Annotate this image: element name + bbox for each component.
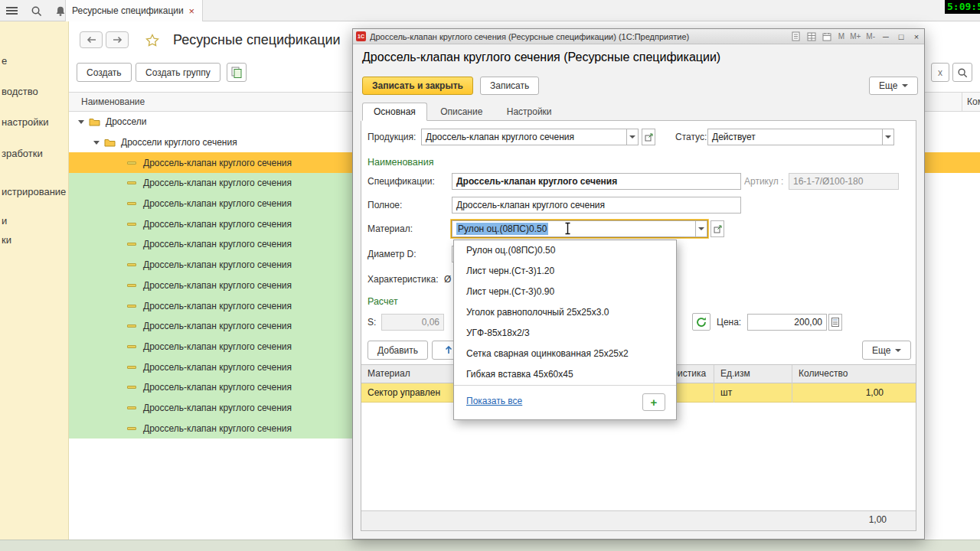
zoom-out-button[interactable]: M- xyxy=(866,32,875,41)
chevron-down-icon[interactable] xyxy=(93,141,100,145)
sidebar-item[interactable]: ки xyxy=(2,234,11,246)
col-quantity[interactable]: Количество xyxy=(792,365,890,383)
price-field[interactable]: 200,00 xyxy=(747,314,827,331)
cell-unit: шт xyxy=(714,383,792,403)
full-name-field[interactable]: Дроссель-клапан круглого сечения xyxy=(452,197,741,214)
menu-icon[interactable] xyxy=(5,4,18,18)
dropdown-item[interactable]: Лист черн.(Ст-3)0.90 xyxy=(454,282,676,302)
add-new-button[interactable]: + xyxy=(642,393,665,411)
dropdown-item[interactable]: Рулон оц.(08ПС)0.50 xyxy=(454,240,676,261)
tab-resource-specs[interactable]: Ресурсные спецификации × xyxy=(65,0,203,21)
dropdown-item[interactable]: Лист черн.(Ст-3)1.20 xyxy=(454,261,676,282)
tab-description[interactable]: Описание xyxy=(430,103,493,122)
price-value: 200,00 xyxy=(794,317,822,328)
show-all-link[interactable]: Показать все xyxy=(466,396,522,406)
maximize-button[interactable]: □ xyxy=(897,32,906,41)
forward-button[interactable] xyxy=(106,31,129,48)
more-button[interactable]: Еще xyxy=(869,77,918,95)
create-group-button[interactable]: Создать группу xyxy=(136,63,220,82)
tree-row-label: Дроссель-клапан круглого сечения xyxy=(143,362,292,373)
refresh-icon xyxy=(696,317,707,328)
back-button[interactable] xyxy=(80,31,103,48)
table-icon[interactable] xyxy=(805,31,818,42)
arrow-right-icon xyxy=(113,36,122,44)
search-button[interactable] xyxy=(952,63,972,82)
product-open-button[interactable] xyxy=(642,129,655,145)
item-icon xyxy=(127,386,136,389)
item-icon xyxy=(127,181,136,184)
chevron-down-icon[interactable] xyxy=(695,220,707,237)
close-button[interactable]: × xyxy=(912,32,921,41)
minimize-button[interactable]: ─ xyxy=(881,32,890,41)
create-button[interactable]: Создать xyxy=(77,63,132,82)
add-row-button[interactable]: Добавить xyxy=(368,341,428,360)
column-header-name[interactable]: Наименование xyxy=(69,96,145,107)
col-unit[interactable]: Ед.изм xyxy=(714,365,792,383)
characteristic-value[interactable]: Ø xyxy=(444,274,451,285)
tree-row-label: Дроссель-клапан круглого сечения xyxy=(143,321,292,331)
document-icon[interactable] xyxy=(790,31,802,42)
dropdown-item[interactable]: Уголок равнополочный 25х25х3.0 xyxy=(454,302,676,323)
sidebar-item[interactable]: настройки xyxy=(2,116,49,128)
item-icon xyxy=(127,305,136,308)
zoom-reset-button[interactable]: M xyxy=(838,32,844,41)
status-field[interactable]: Действует xyxy=(707,129,894,145)
chevron-down-icon[interactable] xyxy=(78,120,84,124)
search-icon[interactable] xyxy=(29,4,43,18)
characteristic-label: Характеристика: xyxy=(368,274,439,285)
item-icon xyxy=(127,406,136,409)
full-name-value: Дроссель-клапан круглого сечения xyxy=(456,200,605,210)
chevron-down-icon[interactable] xyxy=(626,129,639,145)
item-icon xyxy=(127,263,136,266)
tree-row-label: Дроссель-клапан круглого сечения xyxy=(143,178,292,188)
tab-settings[interactable]: Настройки xyxy=(496,103,563,122)
more-button-label: Еще xyxy=(879,80,897,91)
chevron-down-icon[interactable] xyxy=(882,129,894,145)
close-icon[interactable]: × xyxy=(187,5,196,17)
material-field[interactable]: Рулон оц.(08ПС)0.50 xyxy=(452,220,707,237)
article-field: 16-1-7/Ø100-180 xyxy=(789,173,899,190)
dropdown-item[interactable]: Сетка сварная оцинкованная 25х25х2 xyxy=(454,344,676,364)
spec-field[interactable]: Дроссель-клапан круглого сечения xyxy=(452,173,741,190)
spec-label: Спецификации: xyxy=(368,176,435,187)
sidebar-item[interactable]: зработки xyxy=(2,148,43,159)
material-label: Материал: xyxy=(368,223,413,234)
product-field[interactable]: Дроссель-клапан круглого сечения xyxy=(421,129,639,145)
favorites-star-icon[interactable] xyxy=(145,34,159,47)
text-cursor-icon xyxy=(564,222,572,237)
dropdown-item[interactable]: УГФ-85х18х2/3 xyxy=(454,323,676,344)
recording-timer: 5:09:5 xyxy=(945,0,980,14)
dropdown-item[interactable]: Гибкая вставка 45х60х45 xyxy=(454,364,676,385)
price-label: Цена: xyxy=(717,317,741,328)
recalculate-button[interactable] xyxy=(692,313,710,331)
tab-label: Ресурсные спецификации xyxy=(72,5,187,16)
section-names: Наименования xyxy=(368,157,433,168)
item-icon xyxy=(127,427,136,430)
product-label: Продукция: xyxy=(368,132,416,142)
arrow-left-icon xyxy=(87,36,96,44)
dialog-title: Дроссель-клапан круглого сечения (Ресурс… xyxy=(370,32,787,41)
open-icon xyxy=(645,133,653,142)
1c-app-icon: 1С xyxy=(356,31,366,41)
item-icon xyxy=(127,161,136,165)
table-more-label: Еще xyxy=(872,345,890,356)
calculator-button[interactable] xyxy=(828,314,842,331)
sidebar-item[interactable]: и xyxy=(2,215,7,227)
quantity-total: 1,00 xyxy=(869,514,887,525)
sidebar-item[interactable]: е xyxy=(2,55,7,67)
item-icon xyxy=(127,345,136,348)
calendar-icon[interactable] xyxy=(821,31,833,42)
material-open-button[interactable] xyxy=(710,220,724,237)
clear-search-button[interactable]: x xyxy=(931,63,949,82)
sidebar-item[interactable]: истрирование xyxy=(2,186,66,197)
save-button[interactable]: Записать xyxy=(480,77,539,95)
save-close-button[interactable]: Записать и закрыть xyxy=(362,77,473,95)
tree-row-label: Дроссель-клапан круглого сечения xyxy=(143,403,292,413)
sidebar-item[interactable]: водство xyxy=(2,86,38,97)
tab-main[interactable]: Основная xyxy=(362,103,427,121)
dialog-titlebar[interactable]: 1С Дроссель-клапан круглого сечения (Рес… xyxy=(353,29,924,44)
column-header-comment[interactable]: Ком xyxy=(962,93,980,111)
table-more-button[interactable]: Еще xyxy=(862,341,911,360)
copy-button[interactable] xyxy=(227,63,247,82)
zoom-in-button[interactable]: M+ xyxy=(850,32,861,41)
